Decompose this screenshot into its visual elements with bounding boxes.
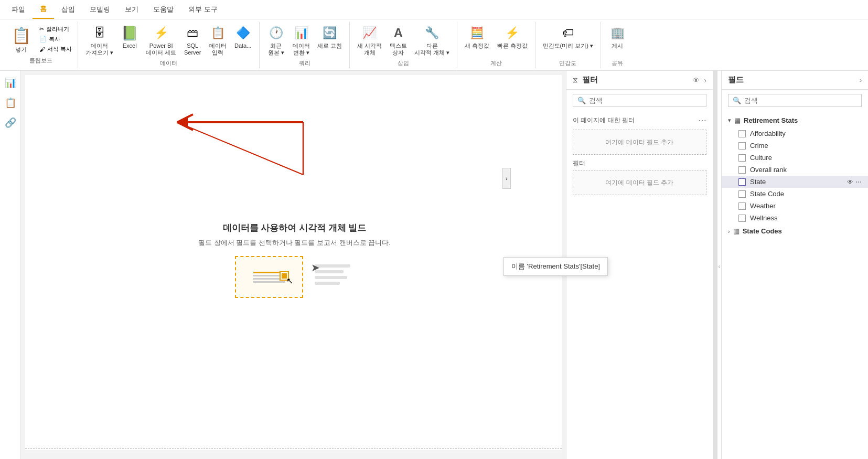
- fields-list: ▾ ▦ Retirement Stats Affordability Crime…: [722, 111, 868, 459]
- model-view-icon[interactable]: 🔗: [5, 117, 16, 129]
- sensitivity-icon: 🏷: [560, 25, 576, 41]
- culture-checkbox[interactable]: [738, 154, 746, 162]
- sensitivity-label: 민감도(미리 보기) ▾: [543, 42, 593, 49]
- fields-search-icon: 🔍: [733, 97, 741, 104]
- state-checkbox[interactable]: [738, 178, 746, 186]
- canvas-page[interactable]: 데이터를 사용하여 시각적 개체 빌드 필드 창에서 필드를 선택하거나 필드를…: [25, 75, 562, 450]
- crime-checkbox[interactable]: [738, 142, 746, 150]
- text-box-button[interactable]: A 텍스트상자: [386, 23, 410, 58]
- tab-help[interactable]: 도움말: [146, 1, 181, 18]
- new-measure-button[interactable]: 🧮 새 측정값: [462, 23, 492, 51]
- wellness-checkbox[interactable]: [738, 215, 746, 222]
- state-more-icon[interactable]: ⋯: [855, 178, 862, 186]
- paste-icon: 📋: [10, 25, 31, 46]
- field-wellness[interactable]: Wellness: [722, 212, 868, 224]
- report-view-icon[interactable]: 📊: [5, 77, 16, 89]
- crime-label: Crime: [750, 142, 768, 150]
- field-state-code[interactable]: State Code: [722, 188, 868, 200]
- overall-rank-checkbox[interactable]: [738, 166, 746, 174]
- publish-button[interactable]: 🏢 게시: [605, 23, 629, 51]
- mini-table: ↖: [253, 272, 285, 283]
- weather-checkbox[interactable]: [738, 202, 746, 210]
- new-visual-button[interactable]: 📈 새 시각적개체: [354, 23, 385, 58]
- get-data-button[interactable]: 🗄 데이터가져오기 ▾: [82, 23, 116, 58]
- powerbi-dataset-icon: ⚡: [153, 25, 169, 41]
- format-copy-button[interactable]: 🖌 서식 복사: [38, 45, 73, 54]
- tab-file[interactable]: 파일: [4, 1, 33, 18]
- data-input-label: 데이터입력: [209, 42, 227, 56]
- fields-panel-title: 필드: [728, 75, 744, 85]
- tab-view[interactable]: 보기: [117, 1, 146, 18]
- tab-home[interactable]: 홈: [33, 0, 54, 19]
- field-overall-rank[interactable]: Overall rank: [722, 164, 868, 176]
- transform-data-button[interactable]: 📊 데이터변환 ▾: [289, 23, 313, 58]
- paste-button[interactable]: 📋 넣기: [6, 23, 36, 56]
- state-code-checkbox[interactable]: [738, 190, 746, 198]
- tooltip-text: 이름 'Retirement Stats'[State]: [511, 262, 600, 270]
- field-weather[interactable]: Weather: [722, 200, 868, 212]
- canvas-bottom-border: [25, 449, 562, 449]
- field-affordability[interactable]: Affordability: [722, 127, 868, 140]
- field-culture[interactable]: Culture: [722, 152, 868, 164]
- filter-page-section: 이 페이지에 대한 필터 ⋯: [566, 111, 713, 130]
- filter-panel-title: 필터: [582, 75, 598, 85]
- cursor-icon: ↖: [286, 276, 293, 286]
- data-view-icon[interactable]: 📋: [5, 97, 16, 109]
- tab-insert[interactable]: 삽입: [54, 1, 82, 18]
- powerbi-dataset-button[interactable]: ⚡ Power BI데이터 세트: [143, 23, 179, 58]
- group-table-icon: ▦: [734, 116, 741, 124]
- list-line-3: [315, 276, 347, 279]
- sql-server-label: SQLServer: [184, 42, 201, 56]
- clipboard-top: 📋 넣기 ✂ 잘라내기 📄 복사 🖌 서식 복사: [6, 23, 76, 56]
- mouse-cursor: ➤: [311, 261, 320, 274]
- filter-header-icons: 👁 ›: [692, 76, 706, 84]
- state-eye-icon[interactable]: 👁: [847, 178, 853, 186]
- filter-eye-icon[interactable]: 👁: [692, 76, 700, 84]
- recent-sources-button[interactable]: 🕐 최근원본 ▾: [264, 23, 288, 58]
- filter-forward-icon[interactable]: ›: [704, 76, 706, 84]
- filter-page-more-icon[interactable]: ⋯: [698, 115, 706, 125]
- filter-visual-drop-zone[interactable]: 여기에 데이터 필드 추가: [573, 170, 706, 195]
- clipboard-group-label: 클립보드: [6, 57, 76, 65]
- tab-modeling[interactable]: 모델링: [82, 1, 117, 18]
- filter-page-drop-zone[interactable]: 여기에 데이터 필드 추가: [573, 130, 706, 155]
- fields-expand-icon[interactable]: ›: [860, 76, 862, 84]
- copy-button[interactable]: 📄 복사: [38, 35, 73, 44]
- canvas-empty-title: 데이터를 사용하여 시각적 개체 빌드: [223, 222, 367, 234]
- list-line-1: [315, 264, 350, 268]
- cut-button[interactable]: ✂ 잘라내기: [38, 25, 73, 34]
- field-crime[interactable]: Crime: [722, 140, 868, 152]
- panel-separator[interactable]: ‹: [713, 71, 721, 459]
- canvas-empty-state: 데이터를 사용하여 시각적 개체 빌드 필드 창에서 필드를 선택하거나 필드를…: [25, 75, 562, 450]
- sql-server-button[interactable]: 🗃 SQLServer: [180, 23, 205, 58]
- fields-search-input[interactable]: [744, 97, 857, 104]
- canvas-table-placeholder: ↖: [235, 256, 303, 298]
- quick-measure-button[interactable]: ⚡ 빠른 측정값: [494, 23, 531, 51]
- fields-search-box[interactable]: 🔍: [728, 94, 862, 107]
- retirement-stats-group-header[interactable]: ▾ ▦ Retirement Stats: [722, 113, 868, 127]
- svg-marker-1: [177, 116, 188, 129]
- filter-search-input[interactable]: [589, 97, 702, 104]
- publish-icon: 🏢: [609, 25, 626, 41]
- filter-search-box[interactable]: 🔍: [573, 94, 706, 107]
- other-visual-button[interactable]: 🔧 다른시각적 개체 ▾: [411, 23, 453, 58]
- refresh-button[interactable]: 🔄 새로 고침: [314, 23, 345, 51]
- query-group-label: 쿼리: [299, 59, 310, 67]
- affordability-checkbox[interactable]: [738, 130, 746, 137]
- wellness-label: Wellness: [750, 214, 778, 222]
- tab-external-tools[interactable]: 외부 도구: [181, 1, 225, 18]
- data-more-button[interactable]: 🔷 Data...: [231, 23, 255, 51]
- sensitivity-button[interactable]: 🏷 민감도(미리 보기) ▾: [540, 23, 596, 51]
- excel-label: Excel: [123, 42, 137, 49]
- quick-measure-label: 빠른 측정값: [497, 42, 528, 49]
- list-line-4: [315, 282, 340, 285]
- data-input-button[interactable]: 📋 데이터입력: [206, 23, 230, 58]
- fields-panel-header: 필드 ›: [722, 71, 868, 90]
- state-codes-group-header[interactable]: › ▦ State Codes: [722, 224, 868, 238]
- filter-search-area: 🔍: [566, 90, 713, 111]
- field-state[interactable]: State 👁 ⋯: [722, 176, 868, 188]
- excel-button[interactable]: 📗 Excel: [117, 23, 142, 51]
- weather-label: Weather: [750, 202, 776, 210]
- filter-collapse-button[interactable]: ›: [502, 168, 511, 189]
- panel-separator-handle[interactable]: ‹: [717, 71, 721, 459]
